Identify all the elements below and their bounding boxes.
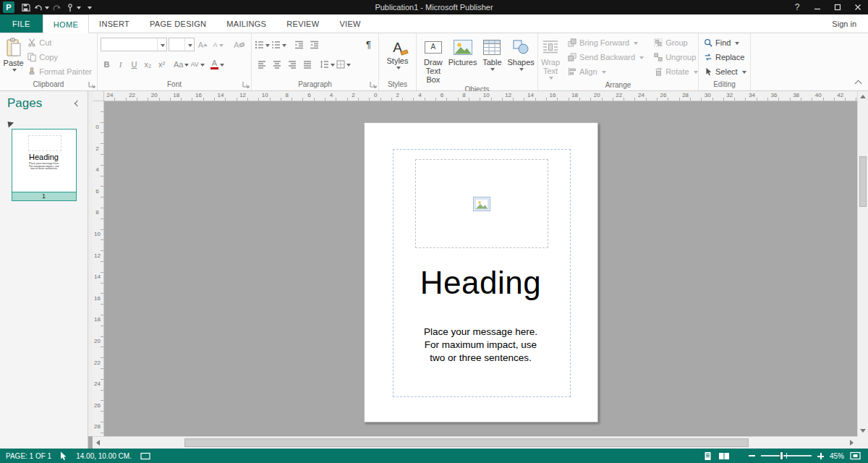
page-indicator[interactable]: PAGE: 1 OF 1 — [6, 452, 51, 460]
publication-page[interactable]: Heading Place your message here. For max… — [364, 122, 598, 422]
canvas[interactable]: Heading Place your message here. For max… — [104, 101, 857, 436]
superscript-button[interactable]: x² — [156, 57, 168, 71]
cursor-position[interactable]: 14.00, 10.00 CM. — [76, 452, 132, 460]
save-button[interactable] — [17, 1, 33, 14]
font-family-dropdown[interactable] — [157, 38, 166, 51]
subscript-button[interactable]: x₂ — [142, 57, 154, 71]
clear-formatting-button[interactable]: A — [232, 38, 246, 51]
scroll-left-button[interactable] — [93, 437, 103, 449]
customize-qat-button[interactable] — [81, 1, 97, 14]
format-painter-button[interactable]: Format Painter — [25, 64, 94, 79]
maximize-button[interactable] — [827, 0, 848, 14]
find-button[interactable]: Find — [702, 35, 749, 50]
decrease-indent-button[interactable] — [292, 38, 306, 51]
collapse-pages-panel-icon[interactable] — [75, 101, 80, 106]
draw-text-box-button[interactable]: A Draw Text Box — [420, 35, 447, 84]
font-size-combo[interactable] — [169, 38, 195, 51]
two-page-spread-view-button[interactable] — [718, 451, 730, 461]
align-right-button[interactable] — [285, 57, 299, 71]
table-button[interactable]: Table — [479, 35, 506, 84]
zoom-slider-thumb[interactable] — [780, 451, 783, 460]
zoom-in-button[interactable] — [817, 453, 824, 459]
redo-button[interactable] — [49, 1, 65, 14]
group-button[interactable]: Group — [652, 35, 699, 50]
shrink-font-button[interactable]: A — [211, 38, 225, 51]
minimize-button[interactable] — [807, 0, 827, 14]
justify-button[interactable] — [300, 57, 314, 71]
object-size-icon[interactable] — [140, 452, 150, 460]
tab-insert[interactable]: INSERT — [89, 14, 140, 33]
line-spacing-button[interactable] — [320, 57, 335, 71]
vertical-scroll-thumb[interactable] — [859, 156, 867, 207]
pictures-button[interactable]: Pictures — [448, 35, 477, 84]
font-color-button[interactable]: A — [210, 57, 224, 71]
page-heading-text[interactable]: Heading — [365, 265, 597, 301]
paste-button[interactable]: Paste — [3, 35, 24, 79]
page-sort-arrow-icon[interactable] — [5, 119, 14, 127]
shapes-button[interactable]: Shapes — [507, 35, 535, 84]
rotate-button[interactable]: Rotate — [652, 64, 699, 79]
touch-mode-button[interactable] — [65, 1, 81, 14]
increase-indent-button[interactable] — [307, 38, 321, 51]
wrap-text-button[interactable]: Wrap Text — [541, 35, 560, 80]
character-spacing-button[interactable]: AV — [190, 57, 204, 71]
paragraph-dialog-launcher[interactable] — [370, 81, 377, 88]
thumbnail-page-number[interactable]: 1 — [12, 192, 77, 201]
page-thumbnail[interactable]: Heading Place your message here. For max… — [12, 129, 77, 192]
borders-icon — [336, 60, 345, 69]
bring-forward-button[interactable]: Bring Forward — [566, 35, 646, 50]
zoom-level[interactable]: 45% — [830, 452, 844, 460]
font-size-dropdown[interactable] — [184, 38, 194, 51]
picture-placeholder[interactable] — [415, 159, 548, 248]
align-right-icon — [288, 60, 297, 69]
copy-button[interactable]: Copy — [25, 50, 94, 64]
scroll-up-button[interactable] — [858, 91, 868, 102]
single-page-view-button[interactable] — [703, 451, 712, 461]
font-dialog-launcher[interactable] — [242, 81, 250, 88]
ungroup-button[interactable]: Ungroup — [652, 50, 699, 64]
horizontal-scroll-thumb[interactable] — [184, 438, 749, 447]
close-button[interactable] — [848, 0, 868, 14]
font-family-combo[interactable] — [101, 38, 167, 51]
align-button[interactable]: Align — [566, 64, 646, 79]
tab-home[interactable]: HOME — [43, 14, 89, 33]
send-backward-button[interactable]: Send Backward — [566, 50, 646, 64]
tab-mailings[interactable]: MAILINGS — [216, 14, 276, 33]
undo-button[interactable] — [33, 1, 49, 14]
bullets-icon — [255, 41, 264, 49]
show-formatting-marks-button[interactable]: ¶ — [362, 38, 375, 51]
bold-button[interactable]: B — [101, 57, 113, 71]
sign-in-link[interactable]: Sign in — [832, 14, 868, 33]
grow-font-button[interactable]: A — [196, 38, 210, 51]
tab-page-design[interactable]: PAGE DESIGN — [140, 14, 216, 33]
scroll-right-button[interactable] — [846, 437, 857, 449]
cut-button[interactable]: Cut — [25, 35, 94, 50]
borders-button[interactable] — [336, 57, 351, 71]
horizontal-ruler[interactable]: 2422201816141210864202468101214161820222… — [104, 91, 857, 101]
scroll-down-button[interactable] — [858, 425, 868, 436]
help-button[interactable]: ? — [787, 0, 807, 14]
select-button[interactable]: Select — [702, 64, 749, 79]
zoom-slider[interactable] — [761, 455, 812, 456]
page-body-text[interactable]: Place your message here. For maximum imp… — [365, 326, 597, 365]
align-left-button[interactable] — [255, 57, 268, 71]
replace-button[interactable]: Replace — [702, 50, 749, 64]
change-case-button[interactable]: Aa — [174, 57, 189, 71]
zoom-out-button[interactable] — [749, 455, 755, 456]
fit-page-button[interactable] — [850, 451, 861, 460]
numbering-button[interactable] — [271, 38, 286, 51]
vertical-ruler[interactable]: 0246810121416182022242628 — [93, 101, 104, 436]
align-center-button[interactable] — [270, 57, 284, 71]
underline-button[interactable]: U — [128, 57, 140, 71]
horizontal-scrollbar[interactable] — [93, 436, 857, 449]
tab-view[interactable]: VIEW — [329, 14, 370, 33]
vertical-scrollbar[interactable] — [857, 91, 868, 436]
publisher-app-icon[interactable]: P — [3, 1, 14, 13]
clipboard-dialog-launcher[interactable] — [88, 81, 95, 88]
bullets-button[interactable] — [255, 38, 270, 51]
italic-button[interactable]: I — [114, 57, 127, 71]
styles-button[interactable]: A Styles — [383, 35, 412, 79]
tab-file[interactable]: FILE — [0, 14, 43, 33]
tab-review[interactable]: REVIEW — [276, 14, 329, 33]
collapse-ribbon-button[interactable] — [855, 80, 862, 88]
